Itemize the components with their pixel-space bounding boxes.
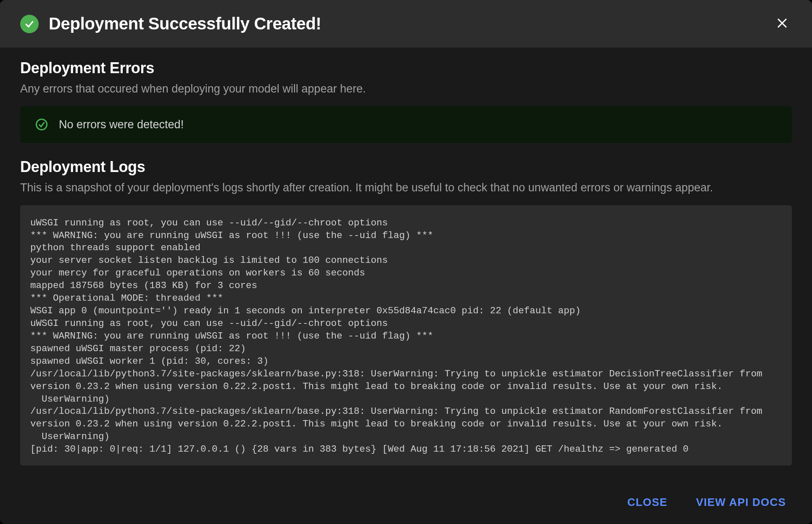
logs-section: Deployment Logs This is a snapshot of yo… bbox=[20, 158, 792, 466]
modal-footer: CLOSE VIEW API DOCS bbox=[0, 481, 812, 524]
errors-desc: Any errors that occured when deploying y… bbox=[20, 81, 792, 97]
view-api-docs-button[interactable]: VIEW API DOCS bbox=[690, 492, 792, 513]
success-check-icon bbox=[20, 15, 39, 33]
close-button[interactable] bbox=[772, 13, 792, 34]
logs-title: Deployment Logs bbox=[20, 158, 792, 176]
svg-point-2 bbox=[37, 119, 47, 130]
close-icon bbox=[776, 17, 788, 29]
header-left: Deployment Successfully Created! bbox=[20, 14, 321, 33]
errors-status-box: No errors were detected! bbox=[20, 106, 792, 143]
deployment-success-modal: Deployment Successfully Created! Deploym… bbox=[0, 0, 812, 524]
modal-title: Deployment Successfully Created! bbox=[49, 14, 321, 33]
modal-header: Deployment Successfully Created! bbox=[0, 0, 812, 48]
logs-desc: This is a snapshot of your deployment's … bbox=[20, 180, 792, 196]
close-footer-button[interactable]: CLOSE bbox=[621, 492, 673, 513]
errors-status-text: No errors were detected! bbox=[59, 118, 184, 131]
logs-box: uWSGI running as root, you can use --uid… bbox=[20, 205, 792, 466]
modal-body: Deployment Errors Any errors that occure… bbox=[0, 48, 812, 481]
check-circle-outline-icon bbox=[35, 118, 48, 131]
errors-title: Deployment Errors bbox=[20, 59, 792, 77]
errors-section: Deployment Errors Any errors that occure… bbox=[20, 59, 792, 143]
logs-content: uWSGI running as root, you can use --uid… bbox=[30, 217, 782, 456]
